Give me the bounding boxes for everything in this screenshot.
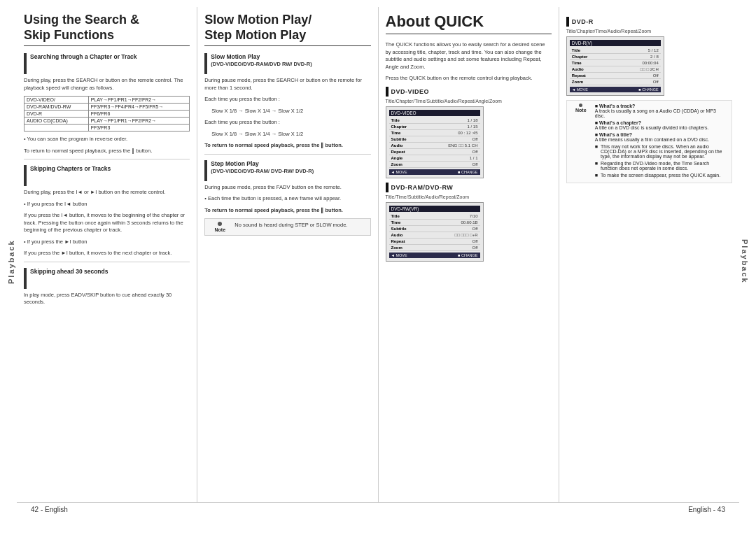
dvd-row-title: Title1 / 18 — [389, 118, 480, 124]
dvd-video-section-header: DVD-VIDEO — [386, 87, 552, 97]
table-row: DVD-RFF6/FR6 — [24, 111, 190, 118]
step-motion-bullet: • Each time the button is pressed, a new… — [204, 195, 370, 203]
notes-label: Note — [575, 108, 587, 113]
dvd-video-footer: ◄ MOVE■ CHANGE — [389, 169, 480, 175]
slow-motion-bullet1: Each time you press the button : — [204, 96, 370, 104]
dvdr-row-title: Title5 / 12 — [570, 48, 661, 54]
note-item-title: ■ What's a title? A title means usually … — [595, 132, 727, 142]
step-motion-subheader: (DVD-VIDEO/DVD-RAM/ DVD-RW/ DVD-R) — [211, 168, 314, 176]
section-skip30-header: Skipping ahead 30 seconds — [24, 268, 190, 289]
notes-section: Note ■ What's a track? A track is usuall… — [566, 100, 732, 183]
section2-if2-title: • If you press the ►I button — [24, 239, 190, 246]
table-row: AUDIO CD(CDDA)PLAY→FF1/FR1→FF2/FR2→ — [24, 118, 190, 125]
dvdr-footer: ◄ MOVE■ CHANGE — [570, 87, 661, 92]
note-item-misc1: ■ This may not work for some discs. When… — [595, 144, 727, 159]
section2-title: Skipping Chapters or Tracks — [30, 165, 111, 173]
table-row: FF3/FR3 — [24, 125, 190, 132]
sidebar-right-label: Playback — [739, 7, 750, 516]
dvd-ramrw-subtitle: Title/Time/Subtitle/Audio/Repeat/Zoom — [386, 194, 552, 199]
col2-title: Slow Motion Play/ Step Motion Play — [204, 13, 370, 46]
dvdr-section-header: DVD-R — [566, 17, 732, 27]
dvdr-row-time: Time00:00:04 — [570, 60, 661, 66]
step-motion-title: Step Motion Play — [211, 160, 314, 168]
dvdr-row-audio: Audio□□ □ 2CH — [570, 66, 661, 73]
dvd-row-repeat: RepeatOff — [389, 149, 480, 155]
dvd-video-subtitle: Title/Chapter/Time/Subtitle/Audio/Repeat… — [386, 99, 552, 104]
slow-motion-return: To return to normal speed playback, pres… — [204, 142, 370, 150]
about-quick-body1: The QUICK functions allows you to easily… — [386, 41, 552, 71]
sidebar-left-label: Playback — [6, 7, 17, 516]
dvdr-row-chapter: Chapter2 / 8 — [570, 54, 661, 60]
slow-motion-subheader: (DVD-VIDEO/DVD-RAM/DVD RW/ DVD-R) — [211, 61, 312, 69]
dvd-row-angle: Angle1 / 1 — [389, 155, 480, 162]
dvd-row-time: Time00 : 12 :45 — [389, 130, 480, 136]
note-item-misc2: ■ Regarding the DVD-Video mode, the Time… — [595, 161, 727, 171]
dvd-ramrw-title: DVD-RAM/DVD-RW — [391, 184, 454, 191]
dvdr-title: DVD-R — [572, 18, 594, 25]
step-motion-return: To return to normal speed playback, pres… — [204, 207, 370, 215]
slow-motion-bullet2: Each time you press the button : — [204, 119, 370, 127]
section2-if1-title: • If you press the I◄ button — [24, 201, 190, 208]
dvdr-screen: DVD-R(V) Title5 / 12 Chapter2 / 8 Time00… — [566, 36, 664, 96]
section1-note1: • You can scan the program in reverse or… — [24, 136, 190, 143]
dvd-video-screen-title: DVD-VIDEO — [389, 110, 480, 116]
dvd-rw-row-title: Title7/10 — [389, 213, 480, 220]
section2-body: During play, press the I◄ or ►I button o… — [24, 189, 190, 197]
slow-motion-body: During pause mode, press the SEARCH or b… — [204, 77, 370, 92]
col2-title-line1: Slow Motion Play/ — [204, 13, 312, 27]
col2-title-line2: Step Motion Play — [204, 28, 306, 42]
column-dvdr-notes: DVD-R Title/Chapter/Time/Audio/Repeat/Zo… — [559, 7, 739, 502]
dvd-video-screen: DVD-VIDEO Title1 / 18 Chapter1 / 15 Time… — [386, 106, 484, 178]
section2-if2-body: If you press the ►I button, it moves to … — [24, 250, 190, 257]
section1-return: To return to normal speed playback, pres… — [24, 148, 190, 155]
footer-left: 42 - English — [31, 506, 68, 513]
dvd-rw-row-repeat: RepeatOff — [389, 239, 480, 245]
dvdr-screen-title: DVD-R(V) — [570, 40, 661, 46]
dvd-rw-row-zoom: ZoomOff — [389, 245, 480, 251]
col1-title: Using the Search & Skip Functions — [24, 13, 190, 46]
dvd-rw-row-audio: Audio□□ □□□ □+R — [389, 232, 480, 239]
step-motion-header: Step Motion Play (DVD-VIDEO/DVD-RAM/ DVD… — [204, 160, 370, 181]
dvdr-row-repeat: RepeatOff — [570, 73, 661, 79]
footer: 42 - English English - 43 — [17, 502, 739, 516]
table-row: DVD-RAM/DVD-RWFF3/FR3→FF4/FR4→FF5/FR5→ — [24, 104, 190, 111]
dvdr-row-zoom: ZoomOff — [570, 79, 661, 85]
dvd-row-subtitle: SubtitleOff — [389, 136, 480, 143]
dvd-ramrw-footer: ◄ MOVE■ CHANGE — [389, 253, 480, 258]
dvd-ramrw-screen: DVD-RW(VR) Title7/10 Time00:60:1B Subtit… — [386, 202, 484, 262]
dvd-rw-row-subtitle: SubtitleOff — [389, 226, 480, 232]
note-box: Note No sound is heard during STEP or SL… — [204, 218, 370, 236]
dvd-row-chapter: Chapter1 / 15 — [389, 124, 480, 130]
section-searching-header: Searching through a Chapter or Track — [24, 53, 190, 74]
section2-if1-body: If you press the I◄ button, it moves to … — [24, 212, 190, 234]
slow-motion-title: Slow Motion Play — [211, 53, 312, 61]
note-item-track: ■ What's a track? A track is usually a s… — [595, 104, 727, 118]
about-quick-body2: Press the QUICK button on the remote con… — [386, 75, 552, 83]
dvd-ramrw-screen-title: DVD-RW(VR) — [389, 206, 480, 212]
col1-title-line2: Skip Functions — [24, 28, 114, 42]
section3-body: In play mode, press EADV/SKIP button to … — [24, 292, 190, 306]
dvd-ramrw-section-header: DVD-RAM/DVD-RW — [386, 183, 552, 192]
note-text: No sound is heard during STEP or SLOW mo… — [234, 222, 347, 232]
dvd-row-zoom: ZoomOff — [389, 162, 480, 168]
note-item-chapter: ■ What's a chapter? A title on a DVD dis… — [595, 120, 727, 130]
column-slow-motion: Slow Motion Play/ Step Motion Play Slow … — [197, 7, 378, 502]
slow-motion-header: Slow Motion Play (DVD-VIDEO/DVD-RAM/DVD … — [204, 53, 370, 74]
dvdr-subtitle: Title/Chapter/Time/Audio/Repeat/Zoom — [566, 29, 732, 34]
section1-title: Searching through a Chapter or Track — [30, 53, 137, 61]
step-motion-body: During pause mode, press the FADV button… — [204, 184, 370, 192]
section3-title: Skipping ahead 30 seconds — [30, 268, 108, 276]
col1-title-line1: Using the Search & — [24, 13, 139, 27]
dvd-video-title: DVD-VIDEO — [391, 88, 430, 95]
note-label: Note — [214, 227, 225, 232]
column-search-skip: Using the Search & Skip Functions Search… — [17, 7, 197, 502]
slow-motion-bullet1a: Slow X 1/8 → Slow X 1/4 → Slow X 1/2 — [211, 108, 370, 115]
footer-right: English - 43 — [688, 506, 725, 513]
note-item-misc3: ■ To make the screen disappear, press th… — [595, 173, 727, 178]
slow-motion-bullet2a: Slow X 1/8 → Slow X 1/4 → Slow X 1/2 — [211, 131, 370, 138]
dvd-row-audio: AudioENG □□ 5.1 CH — [389, 143, 480, 149]
col3-title: About QUICK — [386, 13, 552, 34]
speed-table: DVD-VIDEO/PLAY→FF1/FR1→FF2/FR2→ DVD-RAM/… — [24, 96, 190, 132]
dvd-rw-row-time: Time00:60:1B — [389, 220, 480, 226]
table-row: DVD-VIDEO/PLAY→FF1/FR1→FF2/FR2→ — [24, 97, 190, 104]
